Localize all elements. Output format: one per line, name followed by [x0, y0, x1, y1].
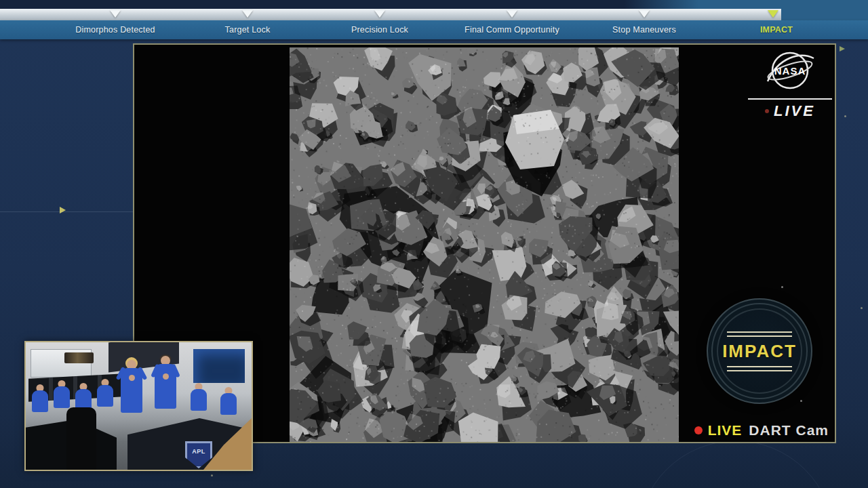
- milestone-impact: IMPACT: [760, 25, 793, 35]
- frame-dot: [781, 286, 783, 288]
- timeline-marker-impact-icon: [768, 10, 778, 18]
- live-indicator: LIVE: [748, 102, 832, 120]
- background-dot: [211, 474, 213, 476]
- broadcast-screen: Dimorphos Detected Target Lock Precision…: [0, 0, 868, 488]
- timeline-marker-icon: [639, 10, 650, 18]
- nasa-logo-icon: NASA: [765, 50, 815, 94]
- divider-rule: [748, 98, 832, 100]
- background-arrow-icon: [60, 207, 66, 214]
- mission-control-pip: APL: [24, 341, 253, 471]
- nasa-brand-block: NASA LIVE: [748, 50, 832, 120]
- timeline-marker-icon: [242, 10, 253, 18]
- impact-badge-label: IMPACT: [722, 341, 797, 362]
- person-clapping: [119, 357, 144, 439]
- background-dot: [861, 307, 863, 309]
- background-arc: [637, 441, 834, 488]
- person: [190, 383, 208, 413]
- milestone-target-lock: Target Lock: [225, 25, 271, 35]
- asteroid-surface-image: [290, 47, 679, 442]
- nasa-wordmark: NASA: [774, 65, 806, 77]
- milestone-dimorphos-detected: Dimorphos Detected: [75, 25, 155, 35]
- timeline-marker-icon: [374, 10, 385, 18]
- background-arrow-icon: [840, 46, 845, 52]
- person: [31, 384, 49, 414]
- wall-sign: [64, 352, 94, 363]
- timeline-top-strip: [0, 0, 868, 9]
- frame-dot: [800, 400, 802, 402]
- live-label: LIVE: [774, 102, 815, 120]
- office-chair: [66, 407, 96, 470]
- camera-caption: LIVE DART Cam: [694, 422, 829, 439]
- person-clapping: [153, 353, 178, 434]
- impact-badge: IMPACT: [707, 298, 812, 404]
- live-dot-icon: [765, 109, 769, 113]
- person: [96, 379, 114, 409]
- milestone-precision-lock: Precision Lock: [351, 25, 408, 35]
- background-dot: [844, 115, 846, 117]
- timeline-marker-icon: [110, 10, 121, 18]
- mission-timeline: [0, 0, 868, 20]
- milestone-final-comm: Final Comm Opportunity: [465, 25, 559, 35]
- person: [53, 380, 71, 410]
- background-guide-line: [0, 211, 133, 212]
- caption-live-label: LIVE: [708, 422, 743, 439]
- caption-camera-label: DART Cam: [749, 422, 829, 439]
- timeline-marker-icon: [507, 10, 517, 18]
- timeline-label-strip: Dimorphos Detected Target Lock Precision…: [0, 20, 868, 39]
- milestone-stop-maneuvers: Stop Maneuvers: [612, 25, 676, 35]
- person: [220, 387, 237, 417]
- record-dot-icon: [694, 426, 703, 434]
- wall-display: [193, 349, 245, 383]
- badge-rule-bottom: [727, 366, 792, 371]
- badge-rule-top: [727, 331, 792, 337]
